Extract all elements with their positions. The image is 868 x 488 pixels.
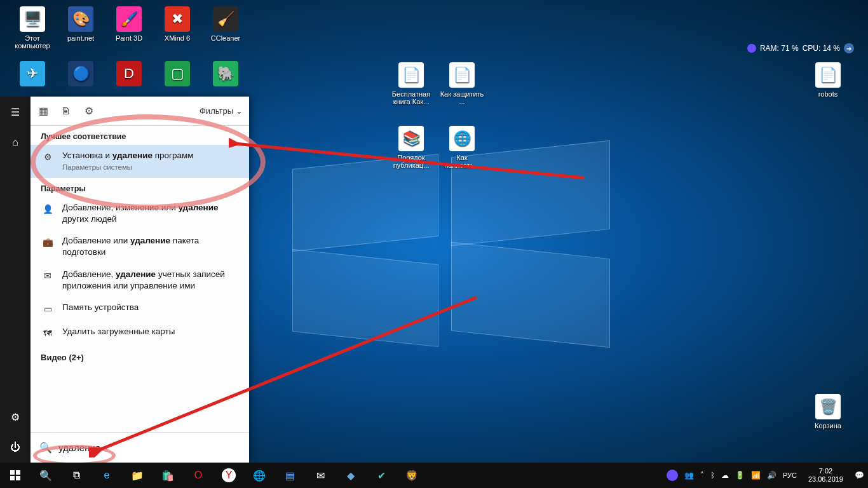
desktop-icon-label: Корзина — [804, 422, 851, 430]
desktop-icon-image: 📄 — [449, 62, 475, 88]
result-item[interactable]: ▭Память устройства — [31, 297, 249, 321]
desktop-icon[interactable]: 🔵 — [57, 61, 104, 89]
params-header: Параметры — [31, 178, 249, 197]
app-taskbar-icon-2[interactable]: ◆ — [336, 463, 366, 488]
tray-app-icon[interactable] — [667, 470, 678, 481]
tray-battery-icon[interactable]: 🔋 — [735, 471, 745, 480]
desktop-icon[interactable]: 🌐Как написать... — [438, 126, 485, 169]
chevron-down-icon: ⌄ — [236, 106, 243, 116]
start-button[interactable] — [0, 463, 31, 488]
store-taskbar-icon[interactable]: 🛍️ — [153, 463, 183, 488]
desktop-icon[interactable]: D — [105, 61, 153, 89]
result-install-remove-programs[interactable]: ⚙ Установка и удаление программ Параметр… — [31, 145, 249, 178]
desktop-icon[interactable]: 🖌️Paint 3D — [105, 6, 153, 42]
settings-filter-icon[interactable]: ⚙ — [83, 105, 95, 118]
desktop-icon-image: 🐘 — [213, 61, 238, 86]
desktop: 🖥️Этот компьютер🎨paint.net🖌️Paint 3D✖XMi… — [0, 0, 868, 488]
desktop-icon[interactable]: 🐘 — [202, 61, 249, 89]
videos-section[interactable]: Видео (2+) — [31, 345, 249, 370]
desktop-icon[interactable]: ✖XMind 6 — [154, 6, 201, 42]
desktop-icon-image: ▢ — [165, 61, 190, 86]
desktop-icon-image: 🧹 — [213, 6, 238, 32]
desktop-icon[interactable]: ▢ — [154, 61, 201, 89]
filters-dropdown[interactable]: Фильтры ⌄ — [200, 106, 243, 116]
apps-filter-icon[interactable]: ▦ — [37, 105, 50, 118]
menu-expand-button[interactable]: ☰ — [0, 97, 31, 127]
taskbar-clock[interactable]: 7:02 23.06.2019 — [803, 467, 848, 483]
start-sidebar: ☰ ⌂ ⚙ ⏻ — [0, 97, 31, 463]
svg-rect-4 — [10, 476, 15, 480]
desktop-icon-label: paint.net — [57, 34, 104, 42]
tray-overflow-icon[interactable]: ˄ — [700, 471, 704, 480]
best-match-subtitle: Параметры системы — [62, 163, 194, 173]
result-icon: 💼 — [41, 235, 55, 249]
desktop-icon-label: Порядок публикац... — [388, 154, 435, 169]
tray-onedrive-icon[interactable]: ☁ — [721, 471, 729, 480]
result-icon: 🗺 — [41, 326, 55, 340]
documents-filter-icon[interactable]: 🗎 — [60, 105, 72, 118]
task-view-button[interactable]: ⧉ — [61, 463, 92, 488]
search-input-row: 🔍 — [31, 432, 249, 463]
search-panel-header: ▦ 🗎 ⚙ Фильтры ⌄ — [31, 97, 249, 126]
desktop-icon[interactable]: ✈ — [9, 61, 56, 89]
app-taskbar-icon-1[interactable]: ▤ — [275, 463, 305, 488]
ram-label: RAM: 71 % — [760, 44, 799, 53]
desktop-icon-image: 🌐 — [449, 126, 475, 151]
tray-bluetooth-icon[interactable]: ᛒ — [710, 471, 715, 480]
result-text: Добавление или удаление пакета подготовк… — [62, 235, 239, 258]
desktop-icon[interactable]: 🎨paint.net — [57, 6, 104, 42]
desktop-icon-label: Как написать... — [438, 154, 485, 169]
svg-rect-5 — [16, 476, 20, 480]
desktop-icon[interactable]: 📄Как защитить ... — [438, 62, 485, 105]
result-text: Добавление, удаление учетных записей при… — [62, 269, 239, 292]
wallpaper-windows-logo — [292, 149, 610, 339]
gadget-expand-icon[interactable]: ➜ — [844, 43, 854, 53]
desktop-icon-label: Бесплатная книга Как... — [388, 90, 435, 105]
search-input[interactable] — [58, 442, 240, 453]
gear-icon: ⚙ — [41, 150, 55, 164]
svg-rect-3 — [16, 470, 20, 475]
desktop-icon[interactable]: 📄robots — [804, 62, 851, 98]
result-text: Удалить загруженные карты — [62, 326, 175, 337]
desktop-icon-image: ✖ — [165, 6, 190, 32]
opera-taskbar-icon[interactable]: O — [183, 463, 214, 488]
result-item[interactable]: 💼Добавление или удаление пакета подготов… — [31, 230, 249, 263]
desktop-icon[interactable]: 🖥️Этот компьютер — [9, 6, 56, 50]
taskbar: 🔍 ⧉ e 📁 🛍️ O Y 🌐 ▤ ✉ ◆ ✔ 🦁 👥 ˄ ᛒ ☁ 🔋 📶 🔊… — [0, 463, 868, 488]
language-indicator[interactable]: РУС — [783, 471, 797, 479]
tray-people-icon[interactable]: 👥 — [684, 471, 694, 480]
yandex-taskbar-icon[interactable]: Y — [222, 468, 236, 482]
tray-wifi-icon[interactable]: 📶 — [751, 471, 761, 480]
tray-volume-icon[interactable]: 🔊 — [767, 471, 776, 480]
desktop-icon[interactable]: 🗑️Корзина — [804, 394, 851, 430]
system-tray: 👥 ˄ ᛒ ☁ 🔋 📶 🔊 РУС 7:02 23.06.2019 💬 — [663, 467, 868, 483]
desktop-icon-image: 🖌️ — [116, 6, 142, 32]
app-taskbar-icon-3[interactable]: ✔ — [366, 463, 397, 488]
best-match-header: Лучшее соответствие — [31, 126, 249, 145]
explorer-taskbar-icon[interactable]: 📁 — [122, 463, 153, 488]
power-button[interactable]: ⏻ — [0, 432, 31, 463]
desktop-icon-image: 🔵 — [68, 61, 93, 86]
desktop-icon[interactable]: 🧹CCleaner — [202, 6, 249, 42]
system-monitor-gadget[interactable]: RAM: 71 % CPU: 14 % ➜ — [747, 43, 854, 53]
home-button[interactable]: ⌂ — [0, 127, 31, 158]
desktop-icon-label: XMind 6 — [154, 34, 201, 42]
mail-taskbar-icon[interactable]: ✉ — [305, 463, 336, 488]
desktop-icon-image: 🗑️ — [815, 394, 841, 419]
gadget-indicator-icon — [747, 44, 756, 53]
result-item[interactable]: ✉Добавление, удаление учетных записей пр… — [31, 264, 249, 297]
edge-taskbar-icon[interactable]: e — [92, 463, 122, 488]
settings-button[interactable]: ⚙ — [0, 402, 31, 432]
search-results-panel: ▦ 🗎 ⚙ Фильтры ⌄ Лучшее соответствие ⚙ Ус… — [31, 97, 249, 463]
search-taskbar-button[interactable]: 🔍 — [31, 463, 61, 488]
result-item[interactable]: 👤Добавление, изменение или удаление друг… — [31, 197, 249, 230]
best-match-title: Установка и удаление программ — [62, 150, 194, 161]
app-taskbar-icon-4[interactable]: 🦁 — [397, 463, 427, 488]
desktop-icon[interactable]: 📄Бесплатная книга Как... — [388, 62, 435, 105]
notifications-icon[interactable]: 💬 — [855, 471, 864, 480]
result-item[interactable]: 🗺Удалить загруженные карты — [31, 321, 249, 345]
desktop-icon-image: 🖥️ — [20, 6, 45, 32]
result-icon: ✉ — [41, 269, 55, 283]
desktop-icon[interactable]: 📚Порядок публикац... — [388, 126, 435, 169]
chrome-taskbar-icon[interactable]: 🌐 — [244, 463, 275, 488]
